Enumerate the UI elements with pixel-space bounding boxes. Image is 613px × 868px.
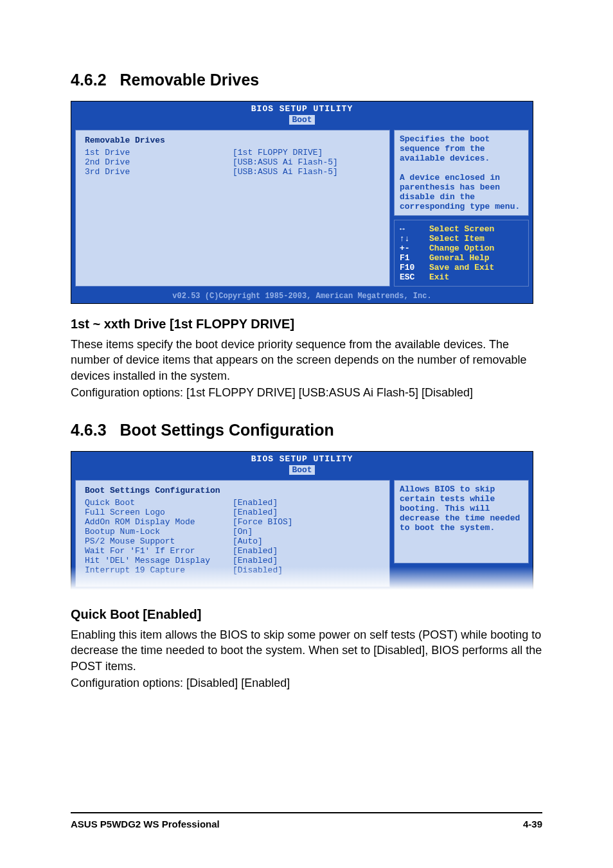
section-463-number: 4.6.3 [71,421,107,439]
bios-screenshot-boot-settings: BIOS SETUP UTILITY Boot Boot Settings Co… [71,451,533,592]
bios2-header: BIOS SETUP UTILITY Boot [71,452,533,476]
sub1-heading: 1st ~ xxth Drive [1st FLOPPY DRIVE] [71,317,542,332]
bios1-row-1-value: [1st FLOPPY DRIVE] [233,148,380,157]
bios1-key-save-exit: F10Save and Exit [400,263,523,272]
bios1-row-1[interactable]: 1st Drive [1st FLOPPY DRIVE] [85,148,380,157]
bios1-key-exit: ESCExit [400,272,523,282]
section-462-number: 4.6.2 [71,71,107,89]
bios1-row-3-value: [USB:ASUS Ai Flash-5] [233,167,380,177]
bios1-key-change-option: +-Change Option [400,244,523,253]
sub1-para2: Configuration options: [1st FLOPPY DRIVE… [71,385,542,400]
bios1-help-panel: Specifies the boot sequence from the ava… [394,130,529,216]
bios1-key-select-item: ↑↓Select Item [400,234,523,244]
bios1-tab: Boot [289,115,314,125]
bios1-row-2-label: 2nd Drive [85,157,233,167]
footer-right: 4-39 [523,819,542,829]
bios1-row-2-value: [USB:ASUS Ai Flash-5] [233,157,380,167]
bios2-row-5[interactable]: PS/2 Mouse Support[Auto] [85,536,380,546]
sub2-heading: Quick Boot [Enabled] [71,607,542,622]
section-463-title: Boot Settings Configuration [120,421,333,439]
section-463-heading: 4.6.3 Boot Settings Configuration [71,421,542,439]
page-footer: ASUS P5WDG2 WS Professional 4-39 [71,819,542,829]
bios1-row-3[interactable]: 3rd Drive [USB:ASUS Ai Flash-5] [85,167,380,177]
bios1-header: BIOS SETUP UTILITY Boot [71,102,533,126]
bios2-row-7[interactable]: Hit 'DEL' Message Display[Enabled] [85,556,380,565]
bios2-row-3[interactable]: AddOn ROM Display Mode[Force BIOS] [85,517,380,527]
bios-screenshot-removable-drives: BIOS SETUP UTILITY Boot Removable Drives… [71,101,533,304]
bios1-copyright: v02.53 (C)Copyright 1985-2003, American … [71,290,533,303]
sub2-para2: Configuration options: [Disabled] [Enabl… [71,675,542,691]
bios1-title: BIOS SETUP UTILITY [71,104,533,114]
bios2-help-panel: Allows BIOS to skip certain tests while … [394,480,529,563]
bios1-row-2[interactable]: 2nd Drive [USB:ASUS Ai Flash-5] [85,157,380,167]
bios2-title: BIOS SETUP UTILITY [71,454,533,464]
bios2-row-6[interactable]: Wait For 'F1' If Error[Enabled] [85,546,380,556]
bios1-row-3-label: 3rd Drive [85,167,233,177]
bios2-row-4[interactable]: Bootup Num-Lock[On] [85,527,380,536]
bios1-row-1-label: 1st Drive [85,148,233,157]
sub1-para1: These items specify the boot device prio… [71,337,542,384]
bios2-left-panel: Boot Settings Configuration Quick Boot[E… [75,480,390,587]
bios1-panel-heading: Removable Drives [85,136,380,145]
bios1-keys-panel: ↔Select Screen ↑↓Select Item +-Change Op… [394,220,529,287]
bios2-row-2[interactable]: Full Screen Logo[Enabled] [85,508,380,517]
section-462-heading: 4.6.2 Removable Drives [71,71,542,89]
bios1-left-panel: Removable Drives 1st Drive [1st FLOPPY D… [75,130,390,287]
bios2-row-1[interactable]: Quick Boot[Enabled] [85,498,380,508]
bios2-panel-heading: Boot Settings Configuration [85,486,380,495]
bios2-row-8[interactable]: Interrupt 19 Capture[Disabled] [85,565,380,575]
bios2-tab: Boot [289,465,314,475]
bios1-key-general-help: F1General Help [400,253,523,263]
bios1-key-select-screen: ↔Select Screen [400,224,523,234]
footer-left: ASUS P5WDG2 WS Professional [71,819,220,829]
section-462-title: Removable Drives [120,71,259,89]
sub2-para1: Enabling this item allows the BIOS to sk… [71,627,542,674]
